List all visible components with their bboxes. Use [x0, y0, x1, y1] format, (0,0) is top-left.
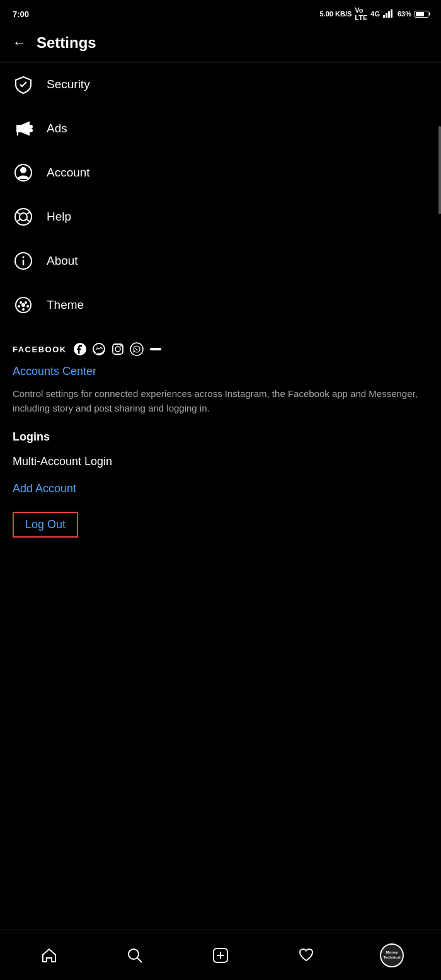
instagram-icon: [111, 342, 125, 356]
logins-section: Logins Multi-Account Login Add Account L…: [0, 430, 441, 550]
battery-icon: [415, 11, 428, 18]
svg-point-30: [120, 345, 121, 347]
svg-point-6: [30, 125, 32, 128]
svg-line-14: [16, 219, 20, 222]
svg-point-22: [26, 305, 29, 308]
multi-account-login[interactable]: Multi-Account Login: [13, 455, 428, 468]
menu-item-ads[interactable]: Ads: [0, 107, 441, 151]
svg-rect-0: [383, 15, 385, 18]
svg-point-21: [25, 301, 27, 304]
nav-search[interactable]: [116, 937, 154, 974]
menu-item-help[interactable]: Help: [0, 195, 441, 239]
add-account-link[interactable]: Add Account: [13, 482, 428, 495]
brand-icons: [73, 342, 163, 356]
signal: 4G: [370, 10, 380, 18]
nav-heart[interactable]: [287, 937, 325, 974]
svg-line-34: [137, 958, 142, 962]
svg-point-11: [20, 213, 27, 221]
header: ← Settings: [0, 26, 441, 62]
battery-percent: 63%: [398, 10, 411, 18]
shield-icon: [13, 74, 34, 95]
security-label: Security: [47, 78, 90, 91]
logins-header: Logins: [13, 430, 428, 444]
signal-bars: [383, 9, 394, 19]
whatsapp-icon: [130, 342, 144, 356]
messenger-icon: [92, 342, 106, 356]
person-icon: [13, 162, 34, 183]
svg-point-24: [18, 305, 20, 308]
svg-point-29: [115, 347, 120, 352]
theme-label: Theme: [47, 298, 84, 312]
ads-label: Ads: [47, 122, 67, 135]
accounts-center-description: Control settings for connected experienc…: [13, 387, 428, 415]
svg-point-20: [20, 301, 22, 304]
palette-icon: [13, 294, 34, 316]
home-icon: [40, 947, 58, 964]
nav-add[interactable]: [202, 937, 239, 974]
logout-button[interactable]: Log Out: [13, 512, 78, 538]
menu-item-about[interactable]: About: [0, 239, 441, 283]
svg-point-31: [130, 343, 143, 355]
svg-point-9: [21, 168, 26, 173]
status-right: 5.00 KB/S VoLTE 4G 63%: [320, 6, 428, 21]
portal-icon: [149, 342, 163, 356]
account-label: Account: [47, 166, 90, 180]
avatar: MoneyTechnical: [380, 943, 404, 967]
add-icon: [212, 947, 229, 964]
svg-point-23: [22, 308, 25, 311]
page-title: Settings: [37, 34, 96, 52]
accounts-center-link[interactable]: Accounts Center: [13, 365, 428, 378]
lifebuoy-icon: [13, 206, 34, 228]
info-icon: [13, 250, 34, 272]
svg-point-7: [30, 129, 32, 132]
svg-rect-2: [388, 11, 390, 18]
svg-rect-32: [150, 348, 161, 350]
nav-home[interactable]: [30, 937, 68, 974]
network: VoLTE: [355, 6, 367, 21]
svg-point-25: [21, 303, 25, 307]
nav-profile[interactable]: MoneyTechnical: [373, 937, 411, 974]
scrollbar[interactable]: [438, 126, 441, 214]
svg-point-10: [15, 209, 32, 225]
help-label: Help: [47, 210, 71, 224]
heart-icon: [297, 947, 315, 964]
menu-item-account[interactable]: Account: [0, 151, 441, 195]
menu-item-security[interactable]: Security: [0, 62, 441, 107]
about-label: About: [47, 254, 78, 268]
svg-line-15: [26, 212, 30, 214]
facebook-icon: [73, 342, 87, 356]
time: 7:00: [13, 9, 29, 19]
svg-line-12: [16, 212, 20, 214]
status-bar: 7:00 5.00 KB/S VoLTE 4G 63%: [0, 0, 441, 26]
menu-list: Security Ads Account: [0, 62, 441, 327]
svg-point-18: [23, 257, 25, 258]
facebook-section: FACEBOOK: [0, 327, 441, 415]
svg-rect-1: [386, 13, 387, 18]
avatar-text: MoneyTechnical: [383, 950, 400, 959]
search-icon: [126, 947, 144, 964]
menu-item-theme[interactable]: Theme: [0, 283, 441, 327]
bottom-nav: MoneyTechnical: [0, 930, 441, 980]
svg-line-13: [26, 219, 30, 222]
svg-point-33: [129, 949, 139, 959]
facebook-brand-row: FACEBOOK: [13, 342, 428, 356]
facebook-brand-text: FACEBOOK: [13, 345, 67, 354]
megaphone-icon: [13, 118, 34, 139]
back-button[interactable]: ←: [13, 35, 26, 51]
svg-rect-3: [391, 9, 392, 18]
speed: 5.00 KB/S: [320, 10, 352, 18]
